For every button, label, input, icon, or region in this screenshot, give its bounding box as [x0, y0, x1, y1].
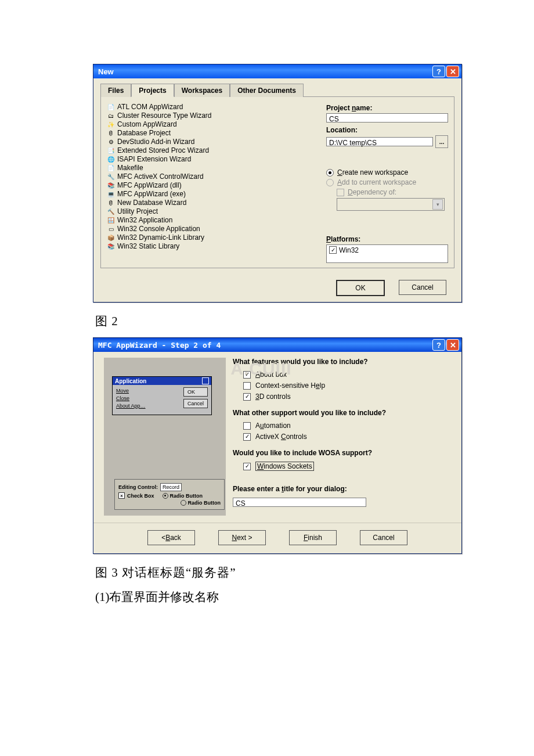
radio-icon — [326, 179, 334, 186]
checkbox-icon — [243, 371, 251, 379]
figure-caption: 图 2 — [95, 313, 459, 329]
platforms-list[interactable]: Win32 — [326, 244, 448, 263]
platforms-label: Platforms: — [326, 235, 448, 243]
next-button[interactable]: Next > — [218, 530, 266, 545]
list-item[interactable]: 🌐ISAPI Extension Wizard — [107, 155, 316, 164]
console-icon: ▭ — [107, 226, 115, 233]
utility-icon: 🔨 — [107, 208, 115, 215]
titlebar[interactable]: New ? ✕ — [93, 64, 461, 78]
project-type-list[interactable]: 📄ATL COM AppWizard 🗂Cluster Resource Typ… — [107, 103, 316, 263]
list-item[interactable]: 🛢New Database Wizard — [107, 199, 316, 207]
3d-controls-checkbox[interactable]: 3D controls — [243, 393, 451, 401]
list-item[interactable]: 📑Extended Stored Proc Wizard — [107, 146, 316, 155]
project-name-label: Project name: — [326, 104, 448, 112]
close-icon[interactable]: ✕ — [446, 66, 459, 77]
help-icon[interactable]: ? — [432, 66, 445, 77]
support-header: What other support would you like to inc… — [233, 409, 451, 417]
browse-button[interactable]: ... — [435, 135, 448, 148]
create-workspace-radio[interactable]: Create new workspace — [326, 168, 448, 177]
mini-app-window: Application Move Close About App… OK — [112, 376, 212, 415]
checkbox-icon — [243, 433, 251, 441]
editing-control-panel: Editing Control: Record Check Box Radio … — [114, 479, 225, 510]
tab-workspaces[interactable]: Workspaces — [174, 84, 230, 97]
dialog-title-input[interactable]: CS — [233, 498, 366, 507]
back-button[interactable]: < Back — [147, 530, 195, 545]
isapi-icon: 🌐 — [107, 156, 115, 163]
tab-projects[interactable]: Projects — [131, 84, 174, 97]
checkbox-icon — [243, 393, 251, 401]
figure-caption: 图 3 对话框标题“服务器” — [95, 564, 459, 581]
preview-pane: Application Move Close About App… OK — [93, 352, 230, 523]
list-item[interactable]: 🪟Win32 Application — [107, 216, 316, 225]
checkbox-icon — [337, 189, 344, 196]
list-item[interactable]: 🔨Utility Project — [107, 207, 316, 216]
checkbox-icon[interactable] — [329, 246, 337, 254]
wizard-icon: ✨ — [107, 121, 115, 128]
addin-icon: ⚙ — [107, 139, 115, 146]
wizard-icon: 🗂 — [107, 113, 115, 120]
tab-other-documents[interactable]: Other Documents — [230, 84, 304, 97]
list-item[interactable]: 📚MFC AppWizard (dll) — [107, 181, 316, 190]
proc-icon: 📑 — [107, 147, 115, 154]
help-icon[interactable]: ? — [432, 339, 445, 351]
list-item[interactable]: 📄Makefile — [107, 164, 316, 172]
wizard-icon: 📄 — [107, 104, 115, 111]
project-name-input[interactable]: CS — [326, 113, 448, 123]
list-item[interactable]: 🗂Cluster Resource Type Wizard — [107, 111, 316, 120]
dependency-combo: ▾ — [337, 198, 445, 211]
mini-cancel-button: Cancel — [183, 399, 208, 408]
mfc-exe-icon: 💻 — [107, 191, 115, 198]
mini-ok-button: OK — [183, 387, 208, 397]
list-item[interactable]: 📄ATL COM AppWizard — [107, 103, 316, 111]
list-item[interactable]: ▭Win32 Console Application — [107, 225, 316, 233]
database-icon: 🛢 — [107, 130, 115, 137]
titlebar[interactable]: MFC AppWizard - Step 2 of 4 ? ✕ — [93, 338, 461, 352]
list-item[interactable]: ⚙DevStudio Add-in Wizard — [107, 138, 316, 146]
dialog-title: MFC AppWizard - Step 2 of 4 — [98, 341, 432, 350]
checkbox-icon — [243, 463, 251, 470]
finish-button[interactable]: Finish — [289, 530, 337, 545]
location-label: Location: — [326, 126, 448, 134]
list-item[interactable]: 📚Win32 Static Library — [107, 242, 316, 251]
mfc-wizard-dialog: MFC AppWizard - Step 2 of 4 ? ✕ WWW.UUUC… — [93, 337, 462, 554]
checkbox-icon — [118, 492, 125, 499]
checkbox-icon — [243, 382, 251, 390]
list-item[interactable]: 🛢Database Project — [107, 129, 316, 138]
dependency-checkbox: Dependency of: — [337, 188, 448, 196]
body-text: (1)布置界面并修改名称 — [95, 589, 459, 605]
title-prompt: Please enter a title for your dialog: — [233, 485, 451, 493]
database-icon: 🛢 — [107, 200, 115, 207]
context-help-checkbox[interactable]: Context-sensitive Help — [243, 381, 451, 390]
tab-files[interactable]: Files — [100, 84, 131, 97]
activex-icon: 🔧 — [107, 174, 115, 181]
wosa-header: Would you like to include WOSA support? — [233, 449, 451, 457]
list-item[interactable]: 🔧MFC ActiveX ControlWizard — [107, 172, 316, 181]
static-lib-icon: 📚 — [107, 243, 115, 250]
makefile-icon: 📄 — [107, 165, 115, 172]
new-dialog: New ? ✕ Files Projects Workspaces Other … — [93, 64, 462, 303]
list-item[interactable]: 📦Win32 Dynamic-Link Library — [107, 233, 316, 242]
tab-strip: Files Projects Workspaces Other Document… — [100, 83, 454, 97]
dialog-title: New — [98, 67, 432, 76]
automation-checkbox[interactable]: Automation — [243, 422, 451, 430]
mfc-dll-icon: 📚 — [107, 182, 115, 189]
chevron-down-icon: ▾ — [432, 199, 443, 210]
list-item[interactable]: ✨Custom AppWizard — [107, 120, 316, 129]
checkbox-icon — [243, 422, 251, 430]
dll-icon: 📦 — [107, 235, 115, 242]
features-header: What features would you like to include? — [233, 358, 451, 366]
about-box-checkbox[interactable]: About box — [243, 370, 451, 379]
activex-checkbox[interactable]: ActiveX Controls — [243, 433, 451, 441]
cancel-button[interactable]: Cancel — [399, 280, 446, 295]
ok-button[interactable]: OK — [336, 280, 385, 296]
add-workspace-radio: Add to current workspace — [326, 178, 448, 186]
cancel-button[interactable]: Cancel — [360, 530, 407, 545]
radio-icon — [326, 169, 334, 177]
win32-app-icon: 🪟 — [107, 217, 115, 224]
list-item[interactable]: 💻MFC AppWizard (exe) — [107, 190, 316, 199]
location-input[interactable]: D:\VC temp\CS — [326, 137, 433, 146]
close-icon[interactable]: ✕ — [446, 339, 459, 351]
windows-sockets-checkbox[interactable]: Windows Sockets — [243, 462, 451, 471]
